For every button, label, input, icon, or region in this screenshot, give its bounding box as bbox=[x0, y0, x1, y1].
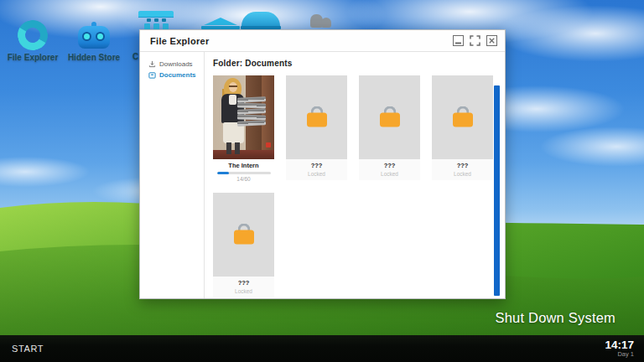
progress-bar bbox=[217, 172, 271, 174]
tile-subtitle: Locked bbox=[286, 171, 347, 177]
tile-grid: The Intern 14/60 ??? bbox=[213, 75, 493, 297]
tile-title: ??? bbox=[359, 162, 420, 169]
taskbar: START 14:17 Day 1 bbox=[0, 335, 644, 362]
locked-tile[interactable]: ??? Locked bbox=[286, 75, 347, 182]
shutdown-system-button[interactable]: Shut Down System bbox=[495, 310, 615, 326]
download-icon bbox=[148, 60, 156, 68]
minimize-button[interactable] bbox=[453, 35, 464, 46]
sidebar-item-downloads[interactable]: Downloads bbox=[140, 59, 204, 70]
start-button[interactable]: START bbox=[12, 344, 44, 354]
dome-building-icon[interactable] bbox=[241, 12, 281, 29]
folder-header: Folder: Documents bbox=[213, 59, 493, 68]
desktop: File Explorer Hidden Store C File Explor… bbox=[0, 0, 644, 362]
window-titlebar[interactable]: File Explorer bbox=[140, 30, 505, 52]
desktop-icon-label: Hidden Store bbox=[67, 53, 121, 62]
window-scrollbar[interactable] bbox=[494, 85, 500, 296]
clock-day: Day 1 bbox=[605, 351, 634, 358]
padlock-icon bbox=[452, 106, 474, 127]
folder-content-area: Folder: Documents bbox=[205, 52, 505, 298]
tile-title: ??? bbox=[286, 162, 347, 169]
window-sidebar: Downloads Documents bbox=[140, 52, 205, 298]
locked-thumbnail bbox=[286, 75, 347, 159]
tile-title: ??? bbox=[432, 162, 493, 169]
padlock-icon bbox=[233, 224, 255, 245]
locked-thumbnail bbox=[432, 75, 493, 159]
maximize-button[interactable] bbox=[470, 35, 480, 46]
progress-fill bbox=[217, 172, 230, 174]
close-button[interactable] bbox=[486, 35, 497, 46]
close-icon bbox=[486, 35, 497, 46]
gray-statue-icon[interactable] bbox=[309, 13, 335, 28]
museum-roof-icon[interactable] bbox=[201, 18, 240, 29]
bank-building-icon[interactable] bbox=[138, 11, 174, 31]
padlock-icon bbox=[306, 106, 328, 127]
sidebar-item-label: Downloads bbox=[159, 60, 193, 68]
locked-thumbnail bbox=[213, 193, 274, 277]
window-title: File Explorer bbox=[150, 36, 453, 46]
desktop-icon-label-partial[interactable]: C bbox=[132, 52, 138, 61]
locked-thumbnail bbox=[359, 75, 420, 159]
locked-tile[interactable]: ??? Locked bbox=[432, 75, 493, 182]
tile-subtitle: Locked bbox=[432, 171, 493, 177]
tile-subtitle: Locked bbox=[213, 288, 274, 294]
locked-tile[interactable]: ??? Locked bbox=[359, 75, 420, 182]
progress-label: 14/60 bbox=[213, 176, 274, 182]
clock-time: 14:17 bbox=[605, 339, 634, 351]
padlock-icon bbox=[379, 106, 401, 127]
desktop-icon-label: File Explorer bbox=[6, 53, 60, 62]
file-explorer-window: File Explorer bbox=[139, 29, 506, 299]
locked-tile[interactable]: ??? Locked bbox=[213, 193, 274, 297]
media-thumbnail bbox=[213, 75, 274, 159]
watermark bbox=[266, 142, 271, 147]
tile-subtitle: Locked bbox=[359, 171, 420, 177]
file-explorer-ring-icon bbox=[14, 17, 51, 54]
desktop-icon-hidden-store[interactable]: Hidden Store bbox=[67, 22, 121, 62]
sidebar-item-documents[interactable]: Documents bbox=[140, 70, 204, 80]
robot-icon bbox=[76, 22, 112, 50]
minimize-icon bbox=[453, 35, 464, 46]
media-tile-the-intern[interactable]: The Intern 14/60 bbox=[213, 75, 274, 182]
maximize-icon bbox=[470, 35, 480, 46]
desktop-icon-file-explorer[interactable]: File Explorer bbox=[6, 20, 60, 62]
tile-title: ??? bbox=[213, 279, 274, 287]
sidebar-item-label: Documents bbox=[159, 71, 196, 79]
tile-title: The Intern bbox=[213, 162, 274, 169]
documents-icon bbox=[148, 71, 156, 79]
taskbar-clock: 14:17 Day 1 bbox=[605, 339, 634, 358]
